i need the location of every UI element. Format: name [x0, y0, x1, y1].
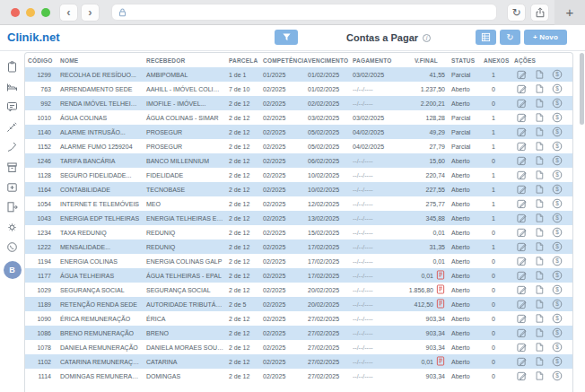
document-action-icon[interactable]	[535, 141, 544, 152]
message-icon[interactable]	[6, 97, 18, 117]
document-action-icon[interactable]	[535, 299, 544, 309]
table-row[interactable]: 1189 RETENÇÃO RENDA SEDE AUTORIDADE TRIB…	[25, 297, 572, 311]
gear-icon[interactable]	[6, 217, 18, 237]
document-action-icon[interactable]	[535, 241, 544, 252]
edit-action-icon[interactable]	[517, 198, 527, 209]
table-row[interactable]: 1043 ENERGIA EDP TELHEIRAS ENERGIA TELHE…	[25, 211, 572, 225]
document-action-icon[interactable]	[535, 112, 544, 123]
document-action-icon[interactable]	[535, 270, 544, 281]
payment-action-icon[interactable]: $	[552, 356, 563, 367]
edit-action-icon[interactable]	[517, 83, 527, 94]
payment-action-icon[interactable]: $	[552, 313, 563, 324]
new-tab-button[interactable]: +	[554, 0, 585, 25]
edit-action-icon[interactable]	[517, 213, 527, 223]
new-record-button[interactable]: + Novo	[524, 30, 567, 45]
edit-action-icon[interactable]	[517, 299, 527, 309]
table-row[interactable]: 1164 CONTABILIDADE TECNOBASE 2 de 12 02/…	[25, 182, 572, 196]
archive-icon[interactable]	[6, 157, 18, 177]
payment-action-icon[interactable]: $	[552, 270, 563, 281]
col-recebedor[interactable]: RECEBEDOR	[144, 53, 226, 67]
col-vfinal[interactable]: V.FINAL	[395, 53, 449, 67]
document-action-icon[interactable]	[535, 284, 544, 295]
payment-action-icon[interactable]: $	[552, 126, 563, 137]
document-action-icon[interactable]	[535, 313, 544, 324]
reload-button[interactable]: ↻	[507, 4, 526, 22]
payment-action-icon[interactable]: $	[552, 299, 563, 309]
edit-action-icon[interactable]	[517, 170, 527, 180]
document-action-icon[interactable]	[535, 198, 544, 209]
refresh-button[interactable]: ↻	[500, 30, 520, 45]
export-button[interactable]	[476, 30, 496, 45]
zoom-window-icon[interactable]	[41, 8, 50, 17]
payment-action-icon[interactable]: $	[552, 155, 563, 166]
table-row[interactable]: 1246 TARIFA BANCÁRIA BANCO MILLENNIUM 2 …	[25, 153, 572, 168]
col-nome[interactable]: NOME	[57, 53, 144, 67]
patient-bed-icon[interactable]	[6, 76, 18, 96]
payment-action-icon[interactable]: $	[552, 327, 563, 338]
payment-action-icon[interactable]: $	[552, 69, 563, 80]
brand-logo[interactable]: Clinik.net	[7, 30, 60, 44]
edit-action-icon[interactable]	[517, 356, 527, 367]
table-row[interactable]: 1086 BRENO REMUNERAÇÃO BRENO 2 de 12 02/…	[25, 326, 572, 340]
table-row[interactable]: 1234 TAXA REDUNIQ REDUNIQ 2 de 12 02/202…	[25, 225, 572, 240]
edit-action-icon[interactable]	[517, 342, 527, 353]
scrollbar-thumb[interactable]	[580, 53, 584, 125]
table-row[interactable]: 1102 CATARINA REMUNERAÇÃO CATARINA 2 de …	[25, 354, 572, 369]
edit-action-icon[interactable]	[517, 313, 527, 324]
payment-action-icon[interactable]: $	[552, 342, 563, 353]
table-row[interactable]: 1194 ENERGIA COLINAS ENERGIA COLINAS GAL…	[25, 254, 572, 268]
table-row[interactable]: 1128 SEGURO FIDELIDADE... FIDELIDADE 2 d…	[25, 168, 572, 182]
avatar[interactable]: B	[4, 261, 22, 279]
table-row[interactable]: 1054 INTERNET E TELEMÓVEIS MEO 2 de 12 0…	[25, 196, 572, 211]
payment-action-icon[interactable]: $	[552, 184, 563, 195]
document-action-icon[interactable]	[535, 356, 544, 367]
back-button[interactable]: ‹	[59, 4, 78, 22]
clipboard-icon[interactable]	[6, 57, 18, 76]
edit-action-icon[interactable]	[517, 69, 527, 80]
document-action-icon[interactable]	[535, 184, 544, 195]
col-anexos[interactable]: ANEXOS	[481, 53, 511, 67]
first-aid-icon[interactable]	[6, 177, 18, 196]
document-action-icon[interactable]	[535, 213, 544, 223]
document-action-icon[interactable]	[535, 69, 544, 80]
edit-action-icon[interactable]	[517, 241, 527, 252]
vertical-scrollbar[interactable]	[580, 53, 584, 392]
table-row[interactable]: 1299 RECOLHA DE RESÍDUO... AMBIPOMBAL 1 …	[25, 67, 572, 82]
payment-action-icon[interactable]: $	[552, 112, 563, 123]
payment-action-icon[interactable]: $	[552, 370, 563, 381]
edit-action-icon[interactable]	[517, 184, 527, 195]
col-competencia[interactable]: COMPETÊNCIA	[260, 53, 305, 67]
edit-action-icon[interactable]	[517, 98, 527, 109]
document-action-icon[interactable]	[535, 327, 544, 338]
payment-action-icon[interactable]: $	[552, 256, 563, 266]
table-row[interactable]: 1177 ÁGUA TELHEIRAS ÁGUA TELHEIRAS - EPA…	[25, 268, 572, 283]
payment-action-icon[interactable]: $	[552, 241, 563, 252]
edit-action-icon[interactable]	[517, 126, 527, 137]
edit-action-icon[interactable]	[517, 270, 527, 281]
payment-action-icon[interactable]: $	[552, 213, 563, 223]
forward-button[interactable]: ›	[81, 4, 100, 22]
document-action-icon[interactable]	[535, 256, 544, 266]
table-row[interactable]: 1090 ÉRICA REMUNERAÇÃO ÉRICA 2 de 12 02/…	[25, 311, 572, 326]
document-action-icon[interactable]	[535, 83, 544, 94]
document-action-icon[interactable]	[535, 126, 544, 137]
edit-action-icon[interactable]	[517, 112, 527, 123]
dental-tool-icon[interactable]	[6, 137, 18, 157]
document-action-icon[interactable]	[535, 170, 544, 180]
document-action-icon[interactable]	[535, 155, 544, 166]
edit-action-icon[interactable]	[517, 227, 527, 238]
payment-action-icon[interactable]: $	[552, 141, 563, 152]
document-action-icon[interactable]	[535, 342, 544, 353]
edit-action-icon[interactable]	[517, 141, 527, 152]
syringe-icon[interactable]	[6, 117, 18, 136]
payment-action-icon[interactable]: $	[552, 284, 563, 295]
col-vencimento[interactable]: VENCIMENTO	[305, 53, 350, 67]
filter-button[interactable]	[275, 30, 298, 45]
table-row[interactable]: 1140 ALARME INTRUSÃO... PROSEGUR 2 de 12…	[25, 125, 572, 139]
document-action-icon[interactable]	[535, 98, 544, 109]
payment-action-icon[interactable]: $	[552, 98, 563, 109]
info-icon[interactable]: i	[423, 34, 431, 42]
edit-action-icon[interactable]	[517, 370, 527, 381]
minimize-window-icon[interactable]	[26, 8, 35, 17]
table-row[interactable]: 1222 MENSALIDADE... REDUNIQ 2 de 12 02/2…	[25, 240, 572, 254]
